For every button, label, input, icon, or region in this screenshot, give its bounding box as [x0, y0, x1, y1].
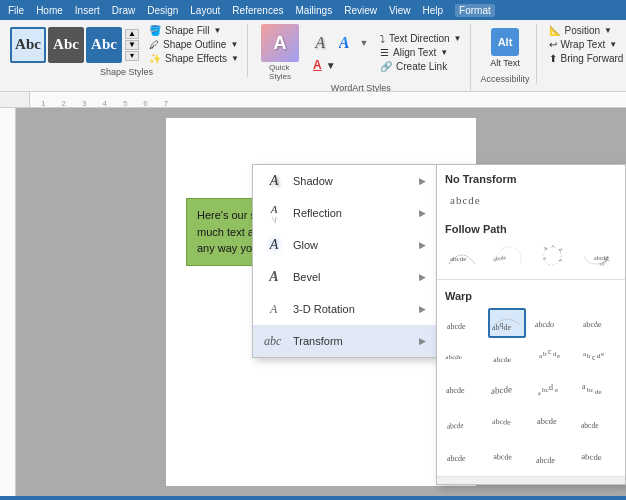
warp-item-14[interactable]: abcde	[533, 407, 571, 437]
shape-effects-btn[interactable]: ✨ Shape Effects ▼	[145, 52, 243, 65]
warp-item-15[interactable]: abcde	[577, 407, 615, 437]
svg-text:abcde: abcde	[535, 455, 554, 464]
warp-item-8[interactable]: abcde	[443, 374, 481, 404]
caret-icon3: ▼	[231, 54, 239, 63]
svg-text:b: b	[543, 350, 547, 358]
warp-item-18[interactable]: abcde	[533, 440, 571, 470]
shadow-arrow: ▶	[419, 176, 426, 186]
bevel-arrow: ▶	[419, 272, 426, 282]
shape-scroll-down[interactable]: ▼	[125, 40, 139, 50]
forward-icon: ⬆	[549, 53, 557, 64]
wrap-text-btn[interactable]: ↩ Wrap Text ▼	[545, 38, 626, 51]
bevel-menu-item[interactable]: A Bevel ▶	[253, 261, 436, 293]
tab-bar: File Home Insert Draw Design Layout Refe…	[0, 0, 626, 20]
svg-text:abcde: abcde	[447, 322, 466, 331]
shadow-menu-item[interactable]: A Shadow ▶	[253, 165, 436, 197]
follow-path-arch[interactable]: abcde	[443, 241, 481, 271]
warp-item-1[interactable]: abqde	[488, 308, 526, 338]
tab-draw[interactable]: Draw	[112, 5, 135, 16]
tab-file[interactable]: File	[8, 5, 24, 16]
shape-scroll-up[interactable]: ▲	[125, 29, 139, 39]
horizontal-ruler: 1234567	[0, 92, 626, 108]
warp-item-0[interactable]: abcde	[443, 308, 481, 338]
alt-text-icon: Alt	[491, 28, 519, 56]
transform-menu-item[interactable]: abc Transform ▶	[253, 325, 436, 357]
paint-bucket-icon: 🪣	[149, 25, 161, 36]
caret-icon5: ▼	[440, 48, 448, 57]
align-icon: ☰	[380, 47, 389, 58]
follow-path-circle[interactable]: abcde	[488, 241, 526, 271]
create-link-btn[interactable]: 🔗 Create Link	[376, 60, 466, 73]
shape-fill-btn[interactable]: 🪣 Shape Fill ▼	[145, 24, 243, 37]
document-area: Here's our super cool text box! You can …	[0, 108, 626, 496]
ribbon: Abc Abc Abc ▲ ▼ ▾ 🪣 Shape Fill ▼	[0, 20, 626, 92]
tab-home[interactable]: Home	[36, 5, 63, 16]
shape-style-3[interactable]: Abc	[86, 27, 122, 63]
svg-text:e: e	[555, 386, 558, 394]
position-icon: 📐	[549, 25, 561, 36]
tab-view[interactable]: View	[389, 5, 411, 16]
svg-text:e: e	[601, 350, 604, 358]
shadow-menu-icon: A	[263, 170, 285, 192]
warp-item-2[interactable]: abcdo	[533, 308, 571, 338]
warp-item-3[interactable]: abcde	[577, 308, 615, 338]
svg-text:abcde: abcde	[450, 255, 466, 263]
warp-item-16[interactable]: abcde	[443, 440, 481, 470]
tab-insert[interactable]: Insert	[75, 5, 100, 16]
glow-menu-item[interactable]: A Glow ▶	[253, 229, 436, 261]
warp-item-4[interactable]: abcde	[443, 341, 481, 371]
text-dir-icon: ⤵	[380, 33, 385, 44]
svg-text:abcde: abcde	[493, 452, 513, 462]
tab-mailings[interactable]: Mailings	[295, 5, 332, 16]
shape-style-1[interactable]: Abc	[10, 27, 46, 63]
transform-menu-icon: abc	[263, 330, 285, 352]
wordart-quick-styles-btn[interactable]: A QuickStyles	[256, 24, 304, 81]
warp-item-7[interactable]: a b c d e	[577, 341, 615, 371]
svg-text:bc: bc	[542, 386, 549, 394]
svg-text:b: b	[587, 352, 591, 360]
reflection-menu-item[interactable]: A A Reflection ▶	[253, 197, 436, 229]
warp-item-13[interactable]: abcde	[488, 407, 526, 437]
tab-format[interactable]: Format	[455, 4, 495, 17]
accessibility-label: Accessibility	[481, 74, 530, 84]
svg-text:abcde: abcde	[537, 418, 557, 427]
no-transform-preview[interactable]: abcde	[443, 189, 619, 211]
warp-item-11[interactable]: a bc de	[577, 374, 615, 404]
warp-item-12[interactable]: abcde	[443, 407, 481, 437]
svg-text:abcde: abcde	[493, 355, 512, 364]
svg-text:d: d	[549, 383, 553, 392]
align-text-btn[interactable]: ☰ Align Text ▼	[376, 46, 466, 59]
glow-arrow: ▶	[419, 240, 426, 250]
text-direction-btn[interactable]: ⤵ Text Direction ▼	[376, 32, 466, 45]
link-icon: 🔗	[380, 61, 392, 72]
position-btn[interactable]: 📐 Position ▼	[545, 24, 626, 37]
svg-text:de: de	[595, 388, 602, 396]
3d-rotation-menu-item[interactable]: A 3-D Rotation ▶	[253, 293, 436, 325]
alt-text-btn[interactable]: Alt Alt Text	[483, 24, 527, 72]
warp-item-19[interactable]: abcde	[577, 440, 615, 470]
warp-item-6[interactable]: a b c d e	[533, 341, 571, 371]
wordart-scroll[interactable]: ▼	[357, 32, 371, 54]
shape-styles-label: Shape Styles	[100, 67, 153, 77]
shape-style-2[interactable]: Abc	[48, 27, 84, 63]
tab-layout[interactable]: Layout	[190, 5, 220, 16]
3d-rotation-icon: A	[263, 298, 285, 320]
shape-scroll-more[interactable]: ▾	[125, 51, 139, 61]
follow-path-spiral[interactable]: abcde abcde	[577, 241, 615, 271]
shape-outline-btn[interactable]: 🖊 Shape Outline ▼	[145, 38, 243, 51]
warp-item-9[interactable]: abcde	[488, 374, 526, 404]
svg-text:abcde: abcde	[583, 320, 603, 329]
follow-path-title: Follow Path	[437, 215, 625, 239]
warp-item-10[interactable]: a bc d e	[533, 374, 571, 404]
accessibility-section: Alt Alt Text Accessibility	[475, 24, 537, 84]
tab-references[interactable]: References	[232, 5, 283, 16]
caret-icon2: ▼	[230, 40, 238, 49]
tab-review[interactable]: Review	[344, 5, 377, 16]
text-fill-btn[interactable]: A ▼	[309, 57, 371, 73]
warp-item-17[interactable]: abcde	[488, 440, 526, 470]
tab-help[interactable]: Help	[422, 5, 443, 16]
tab-design[interactable]: Design	[147, 5, 178, 16]
warp-item-5[interactable]: abcde	[488, 341, 526, 371]
bring-forward-btn[interactable]: ⬆ Bring Forward ▼	[545, 52, 626, 65]
follow-path-wave[interactable]: abcde a b c d e	[533, 241, 571, 271]
